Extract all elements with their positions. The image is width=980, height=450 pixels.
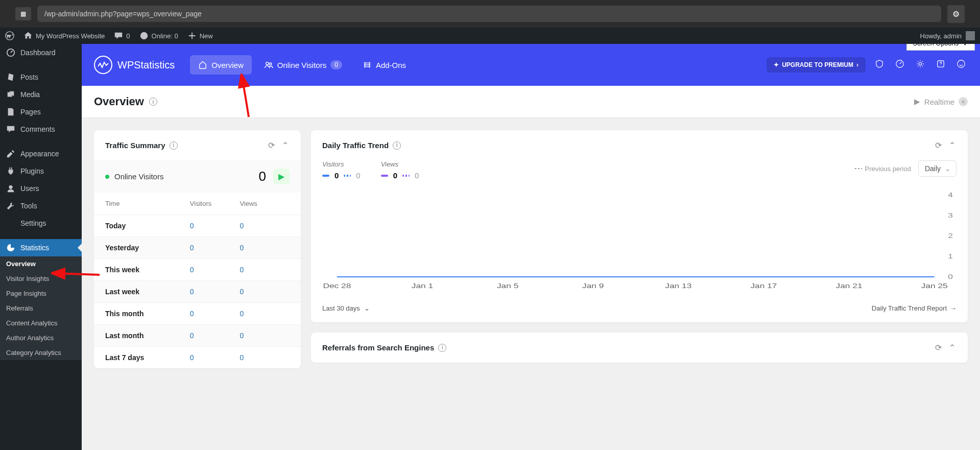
online-text: Online: 0 <box>152 32 178 40</box>
refresh-icon[interactable]: ⟳ <box>267 139 276 151</box>
legend-marker-views <box>381 175 388 177</box>
traffic-summary-title: Traffic Summaryi <box>105 141 178 150</box>
svg-text:Jan 5: Jan 5 <box>497 283 518 290</box>
period-select[interactable]: Daily ⌄ <box>918 160 957 177</box>
sidebar-statistics[interactable]: Statistics <box>0 239 82 256</box>
nav-addons[interactable]: Add-Ons <box>354 55 414 75</box>
browser-bar: ▦ /wp-admin/admin.php?page=wps_overview_… <box>0 0 980 28</box>
online-visitors-row: Online Visitors 0 ▶ <box>94 160 301 193</box>
visitors-link[interactable]: 0 <box>190 222 240 230</box>
sidebar-sub-author-analytics[interactable]: Author Analytics <box>0 330 82 345</box>
apps-icon[interactable]: ▦ <box>15 7 31 20</box>
gauge-icon[interactable] <box>893 57 906 73</box>
views-link[interactable]: 0 <box>240 331 290 340</box>
sidebar-posts[interactable]: Posts <box>0 68 82 86</box>
realtime-button[interactable]: ▶Realtime✕ <box>914 97 968 106</box>
new-link[interactable]: New <box>187 31 213 40</box>
info-icon[interactable]: i <box>170 141 178 150</box>
nav-online-visitors[interactable]: Online Visitors0 <box>256 55 350 75</box>
views-link[interactable]: 0 <box>240 353 290 362</box>
smile-icon[interactable] <box>954 57 968 73</box>
info-icon[interactable]: i <box>149 98 157 106</box>
sidebar-media[interactable]: Media <box>0 86 82 103</box>
traffic-row: Last 7 days00 <box>94 346 301 368</box>
online-indicator[interactable]: Online: 0 <box>139 31 178 40</box>
visitors-link[interactable]: 0 <box>190 266 240 274</box>
help-icon[interactable] <box>934 57 947 73</box>
screen-options-button[interactable]: Screen Options▼ <box>906 44 975 51</box>
avatar <box>966 31 975 40</box>
visitors-link[interactable]: 0 <box>190 310 240 318</box>
sidebar-sub-overview[interactable]: Overview <box>0 256 82 271</box>
sidebar-sub-category-analytics[interactable]: Category Analytics <box>0 345 82 360</box>
views-link[interactable]: 0 <box>240 310 290 318</box>
views-link[interactable]: 0 <box>240 244 290 252</box>
site-name-link[interactable]: My WordPress Website <box>23 31 105 40</box>
shield-icon[interactable] <box>873 57 886 73</box>
sidebar-appearance[interactable]: Appearance <box>0 145 82 162</box>
info-icon[interactable]: i <box>438 344 446 352</box>
sidebar-pages[interactable]: Pages <box>0 103 82 121</box>
info-icon[interactable]: i <box>393 141 401 150</box>
legend-marker-visitors-prev <box>344 175 351 177</box>
sidebar-plugins[interactable]: Plugins <box>0 162 82 180</box>
chevron-down-icon: ▼ <box>962 44 968 47</box>
sidebar-sub-page-insights[interactable]: Page Insights <box>0 286 82 301</box>
browser-settings-icon[interactable]: ⚙ <box>947 5 965 23</box>
upgrade-button[interactable]: ✦UPGRADE TO PREMIUM› <box>767 57 866 73</box>
report-link[interactable]: Daily Traffic Trend Report→ <box>872 304 957 312</box>
sidebar-sub-referrals[interactable]: Referrals <box>0 301 82 316</box>
refresh-icon[interactable]: ⟳ <box>934 139 943 151</box>
collapse-icon[interactable]: ⌃ <box>281 139 290 151</box>
svg-point-1 <box>140 32 147 39</box>
chevron-down-icon: ⌄ <box>364 304 370 312</box>
chevron-down-icon: ⌄ <box>945 164 951 173</box>
play-icon: ▶ <box>914 97 920 106</box>
svg-text:Jan 13: Jan 13 <box>665 283 691 290</box>
svg-point-5 <box>269 63 272 65</box>
online-dot-icon <box>105 175 109 179</box>
views-link[interactable]: 0 <box>240 266 290 274</box>
sparkle-icon: ✦ <box>774 61 779 68</box>
sidebar-users[interactable]: Users <box>0 180 82 197</box>
online-badge: 0 <box>330 60 342 69</box>
url-input[interactable]: /wp-admin/admin.php?page=wps_overview_pa… <box>37 6 941 22</box>
visitors-link[interactable]: 0 <box>190 331 240 340</box>
views-link[interactable]: 0 <box>240 288 290 296</box>
views-link[interactable]: 0 <box>240 222 290 230</box>
sidebar-sub-visitor-insights[interactable]: Visitor Insights <box>0 271 82 286</box>
sidebar-sub-content-analytics[interactable]: Content Analytics <box>0 316 82 330</box>
nav-overview[interactable]: Overview <box>190 55 252 75</box>
visitors-link[interactable]: 0 <box>190 353 240 362</box>
wp-logo[interactable] <box>5 31 14 40</box>
site-name: My WordPress Website <box>36 32 105 40</box>
traffic-row: This month00 <box>94 302 301 324</box>
sidebar-settings[interactable]: Settings <box>0 215 82 232</box>
sidebar-dashboard[interactable]: Dashboard <box>0 44 82 61</box>
account-menu[interactable]: Howdy, admin <box>920 31 975 40</box>
daily-trend-title: Daily Traffic Trendi <box>322 141 401 150</box>
comments-link[interactable]: 0 <box>114 31 130 40</box>
collapse-icon[interactable]: ⌃ <box>948 342 957 353</box>
range-selector[interactable]: Last 30 days⌄ <box>322 304 370 312</box>
wp-admin-bar: My WordPress Website 0 Online: 0 New How… <box>0 28 980 44</box>
svg-text:Jan 1: Jan 1 <box>412 283 433 290</box>
visitors-link[interactable]: 0 <box>190 244 240 252</box>
traffic-row: Last month00 <box>94 324 301 346</box>
wps-logo[interactable]: WPStatistics <box>94 56 175 74</box>
visitors-link[interactable]: 0 <box>190 288 240 296</box>
gear-icon[interactable] <box>914 57 927 73</box>
svg-point-4 <box>266 62 268 65</box>
collapse-icon[interactable]: ⌃ <box>948 139 957 151</box>
new-label: New <box>200 32 213 40</box>
play-button[interactable]: ▶ <box>273 169 290 184</box>
sidebar-tools[interactable]: Tools <box>0 197 82 215</box>
svg-text:Dec 28: Dec 28 <box>323 283 351 290</box>
svg-text:Jan 9: Jan 9 <box>582 283 604 290</box>
sidebar-comments[interactable]: Comments <box>0 121 82 138</box>
page-title-bar: Overviewi ▶Realtime✕ <box>82 86 980 118</box>
arrow-right-icon: → <box>950 304 957 312</box>
refresh-icon[interactable]: ⟳ <box>934 342 943 353</box>
wps-header: Screen Options▼ WPStatistics Overview On… <box>82 44 980 86</box>
chevron-right-icon: › <box>856 61 858 68</box>
